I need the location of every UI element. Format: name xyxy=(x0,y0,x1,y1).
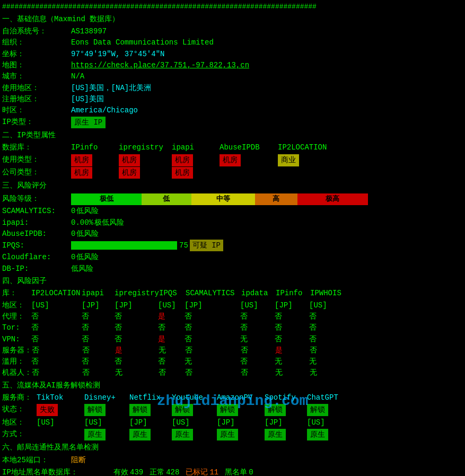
fr-abuse-1: 否 xyxy=(82,356,115,367)
stream-method-6: 原生 xyxy=(307,429,328,440)
risk-mid: 中等 xyxy=(191,193,255,205)
fr-region-label: 地区： xyxy=(2,300,31,311)
fr-server-label: 服务器： xyxy=(2,345,32,356)
stream-status-label: 状态： xyxy=(2,404,37,415)
fr-tor-1: 否 xyxy=(82,322,115,333)
fr-region-1: [JP] xyxy=(82,300,115,311)
risk-bar: 极低 低 中等 高 极高 xyxy=(71,193,368,205)
as-value: AS138997 xyxy=(71,26,107,37)
stream-method-5: 原生 xyxy=(265,429,307,440)
fr-proxy-7: 否 xyxy=(309,311,317,322)
reg-label: 注册地区： xyxy=(2,94,71,104)
fr-tor-6: 否 xyxy=(275,322,309,333)
stream-status-1: 解锁 xyxy=(84,404,129,416)
stream-region-5: [JP] xyxy=(265,417,307,428)
usage-label: 使用地区： xyxy=(2,83,71,93)
fr-abuse-4: 无 xyxy=(185,356,240,367)
fr-bot-4: 否 xyxy=(185,367,241,378)
risk-level-label: 风险等级： xyxy=(2,193,71,204)
fh-ipqs: IPQS xyxy=(159,288,186,298)
fr-vpn-label: VPN: xyxy=(2,334,31,345)
scam-text: 低风险 xyxy=(76,206,99,216)
abuse-label: AbuseIPDB: xyxy=(2,228,71,239)
sh-disney: Disney+ xyxy=(84,392,129,403)
sh-amazon: AmazonPV xyxy=(217,392,265,403)
bl-black-num: 0 xyxy=(249,467,253,476)
stream-region-6: [US] xyxy=(307,417,325,428)
bl-valid-num: 439 xyxy=(130,467,143,476)
map-link[interactable]: https://check.place/37.751,-97.822,13,cn xyxy=(71,60,249,70)
bl-black-label: 黑名单 xyxy=(225,467,247,476)
fr-region-7: [US] xyxy=(309,300,327,311)
fr-vpn-1: 否 xyxy=(82,334,115,345)
company-badge-3: 机房 xyxy=(172,167,220,179)
fr-region-5: [US] xyxy=(240,300,275,311)
fh-ip2l: IP2LOCATION xyxy=(31,288,82,298)
sh-chatgpt: ChatGPT xyxy=(307,392,338,403)
map-label: 地图： xyxy=(2,60,71,70)
risk-very-low: 极低 xyxy=(71,193,142,205)
db-ipinfo: IPinfo xyxy=(71,142,119,153)
fr-proxy-4: 否 xyxy=(185,311,240,322)
ipapi-text: 极低风险 xyxy=(94,217,124,228)
usage-value: [US]美国，[NA]北美洲 xyxy=(71,83,151,93)
bl-valid-label: 有效 xyxy=(113,467,128,476)
stream-status-0: 失败 xyxy=(37,404,84,416)
ip-type-label: IP类型： xyxy=(2,117,71,127)
stream-method-label: 方式： xyxy=(2,429,37,439)
fr-region-3: [US] xyxy=(158,300,185,311)
sh-netflix: Netflix xyxy=(129,392,172,403)
fr-proxy-label: 代理： xyxy=(2,311,31,322)
usage-badge-1: 机房 xyxy=(71,154,119,166)
fr-vpn-0: 否 xyxy=(31,334,82,345)
fr-abuse-3: 否 xyxy=(158,356,185,367)
usage-type-label: 使用类型： xyxy=(2,154,71,165)
cf-val: 0 xyxy=(71,252,75,262)
stream-method-1: 原生 xyxy=(84,429,129,440)
stream-status-2: 解锁 xyxy=(129,404,172,416)
section5-title: 五、流媒体及AI服务解锁检测 xyxy=(2,380,463,391)
stream-status-3: 解锁 xyxy=(172,404,217,416)
fr-bot-label: 机器人： xyxy=(2,367,32,378)
fr-abuse-7: 无 xyxy=(309,356,317,367)
ipapi-val: 0.00% xyxy=(71,217,93,228)
fr-vpn-6: 否 xyxy=(275,334,309,345)
stream-status-5: 解锁 xyxy=(265,404,307,416)
section2-title: 二、IP类型属性 xyxy=(2,130,463,140)
stream-region-1: [US] xyxy=(84,417,129,428)
stream-status-4: 解锁 xyxy=(217,404,265,416)
fr-server-7: 否 xyxy=(310,345,317,356)
fr-proxy-5: 否 xyxy=(240,311,275,322)
usage-badge-5: 商业 xyxy=(278,154,299,166)
fr-tor-2: 否 xyxy=(115,322,158,333)
fr-region-6: [JP] xyxy=(275,300,309,311)
cf-text: 低风险 xyxy=(76,252,99,262)
abuse-text: 低风险 xyxy=(76,228,99,239)
usage-badge-2: 机房 xyxy=(119,154,172,166)
fh-ipinfo: IPinfo xyxy=(276,288,310,298)
ipqs-label: IPQS: xyxy=(2,240,71,251)
as-label: 自治系统号： xyxy=(2,26,71,37)
fr-abuse-6: 无 xyxy=(275,356,309,367)
fr-vpn-2: 否 xyxy=(115,334,158,345)
stream-region-label: 地区： xyxy=(2,417,37,428)
fr-vpn-3: 是 xyxy=(158,334,185,345)
scam-label: SCAMALYTICS: xyxy=(2,206,71,216)
company-badge-2: 机房 xyxy=(119,167,172,179)
city-value: N/A xyxy=(71,71,84,82)
section3-title: 三、风险评分 xyxy=(2,180,463,191)
top-divider: ########################################… xyxy=(2,2,463,12)
ip-type-badge: 原生 IP xyxy=(71,117,106,128)
fr-server-6: 是 xyxy=(275,345,310,356)
ipqs-bar xyxy=(71,241,177,250)
fr-server-3: 无 xyxy=(159,345,185,356)
fr-abuse-0: 否 xyxy=(31,356,82,367)
risk-high: 高 xyxy=(255,193,297,205)
scam-val: 0 xyxy=(71,206,75,216)
stream-method-3: 原生 xyxy=(172,429,217,440)
section1-title: 一、基础信息（Maxmind 数据库） xyxy=(2,14,463,24)
coords-value: 97°49'19"W, 37°45'4"N xyxy=(71,49,164,59)
db-abuseipdb: AbuseIPDB xyxy=(220,142,278,153)
ipapi-label: ipapi: xyxy=(2,217,71,228)
section4-title: 四、风险因子 xyxy=(2,276,463,286)
